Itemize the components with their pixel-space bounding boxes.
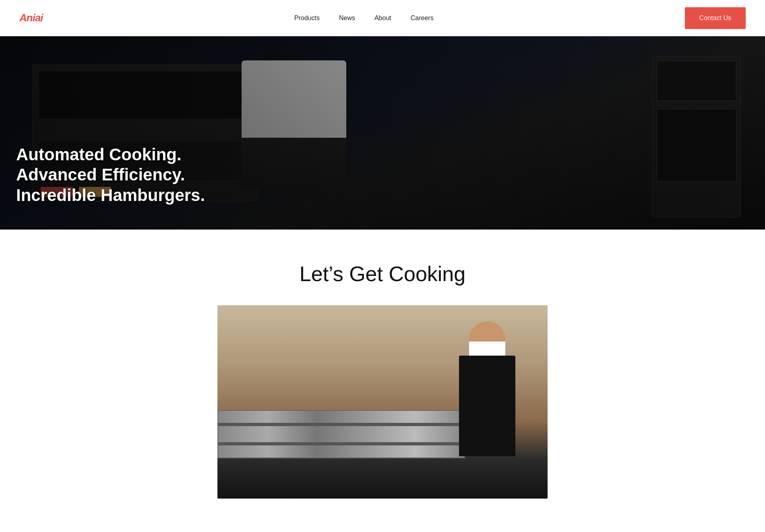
nav-news[interactable]: News — [339, 14, 355, 22]
nav-products[interactable]: Products — [294, 14, 320, 22]
hero-text: Automated Cooking. Advanced Efficiency. … — [16, 145, 205, 205]
cooking-section: Let’s Get Cooking — [0, 230, 765, 499]
header: Aniai Products News About Careers Contac… — [0, 0, 765, 36]
cook-worker — [451, 321, 523, 482]
logo[interactable]: Aniai — [19, 12, 43, 24]
hero-headline-line1: Automated Cooking. — [16, 145, 182, 164]
main-nav: Products News About Careers — [294, 14, 434, 22]
cook-mask — [469, 342, 505, 358]
cooking-image-wrapper — [217, 305, 548, 499]
contact-us-button[interactable]: Contact Us — [685, 7, 746, 29]
conveyor-rail-top — [218, 423, 464, 426]
nav-about[interactable]: About — [374, 14, 391, 22]
hero-section: Automated Cooking. Advanced Efficiency. … — [0, 36, 765, 230]
cook-body — [459, 356, 515, 456]
conveyor-rail-bottom — [218, 442, 464, 445]
cooking-section-title: Let’s Get Cooking — [16, 262, 749, 286]
hero-headline-line2: Advanced Efficiency. — [16, 165, 185, 184]
cooking-image — [217, 305, 548, 499]
hero-headline-line3: Incredible Hamburgers. — [16, 186, 205, 205]
nav-careers[interactable]: Careers — [411, 14, 434, 22]
conveyor-belt — [217, 410, 465, 458]
